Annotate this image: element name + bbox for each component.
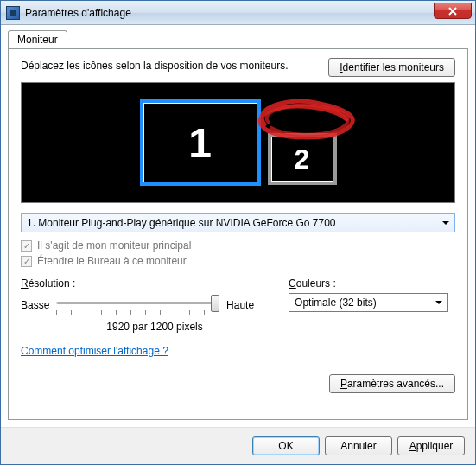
monitor-1[interactable]: 1 [140,99,261,186]
extend-desktop-label: Étendre le Bureau à ce moniteur [37,255,187,267]
primary-monitor-label: Il s'agit de mon moniteur principal [37,239,191,252]
monitor-arrangement-area[interactable]: 1 2 [21,82,455,203]
close-icon [448,7,457,16]
resolution-high-label: Haute [226,299,254,311]
tab-monitor[interactable]: Moniteur [8,30,67,48]
colors-value: Optimale (32 bits) [295,296,377,309]
tab-panel: Déplacez les icônes selon la disposition… [8,48,468,420]
apply-button[interactable]: Appliquer [397,436,465,455]
instructions-text: Déplacez les icônes selon la disposition… [21,58,289,72]
titlebar[interactable]: Paramètres d'affichage [1,1,475,25]
monitor-1-label: 1 [188,119,212,167]
tab-strip: Moniteur [1,25,475,48]
dialog-button-bar: OK Annuler Appliquer [1,427,475,464]
chevron-down-icon [431,296,446,309]
slider-ticks [56,310,219,317]
close-button[interactable] [434,3,472,19]
colors-dropdown[interactable]: Optimale (32 bits) [289,293,448,312]
window-title: Paramètres d'affichage [25,7,131,19]
resolution-low-label: Basse [21,299,49,311]
ok-button[interactable]: OK [252,436,320,455]
display-settings-icon [6,6,20,20]
identify-label-rest: dentifier les moniteurs [343,61,444,73]
monitor-select-dropdown[interactable]: 1. Moniteur Plug-and-Play générique sur … [21,213,455,232]
cancel-button[interactable]: Annuler [325,436,392,455]
monitor-select-value: 1. Moniteur Plug-and-Play générique sur … [27,217,336,229]
slider-track [56,302,219,304]
slider-thumb[interactable] [211,295,219,312]
monitor-2-label: 2 [295,143,310,175]
resolution-label: Résolution : [21,277,254,290]
primary-monitor-checkbox: ✓ [21,240,32,252]
resolution-slider[interactable] [56,293,219,317]
display-settings-window: Paramètres d'affichage Moniteur Déplacez… [0,0,476,465]
advanced-settings-button[interactable]: Paramètres avancés... [329,374,455,393]
colors-label: Couleurs : [289,277,455,290]
identify-monitors-button[interactable]: Identifier les moniteurs [328,58,455,77]
client-area: Moniteur Déplacez les icônes selon la di… [1,25,475,464]
tab-label: Moniteur [17,34,58,46]
resolution-value: 1920 par 1200 pixels [21,321,254,333]
monitor-2[interactable]: 2 [268,133,337,185]
extend-desktop-checkbox: ✓ [21,256,32,267]
chevron-down-icon [438,216,453,230]
optimize-display-link[interactable]: Comment optimiser l'affichage ? [21,345,455,357]
